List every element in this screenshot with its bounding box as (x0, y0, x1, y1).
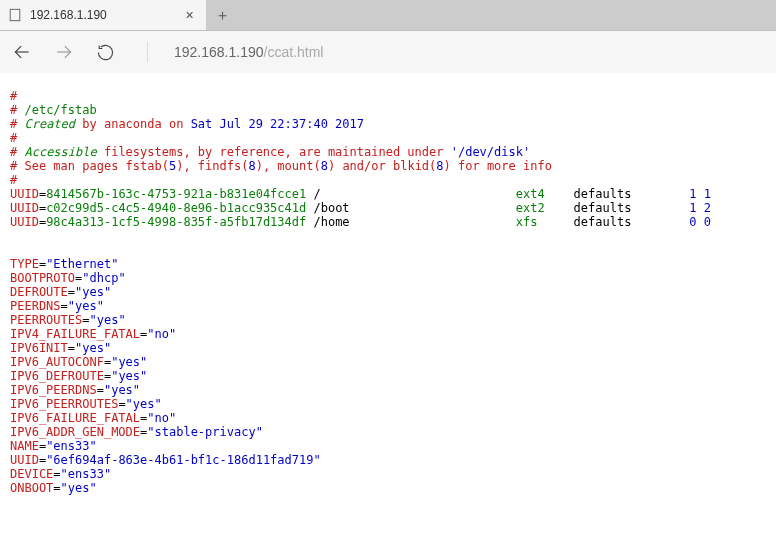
separator (147, 42, 148, 62)
forward-button[interactable] (54, 42, 74, 62)
word-created: Created (24, 117, 75, 131)
nav-bar: 192.168.1.190/ccat.html (0, 31, 776, 73)
svg-rect-0 (10, 9, 20, 20)
ifcfg-line: IPV6_PEERDNS (10, 383, 97, 397)
ifcfg-line: BOOTPROTO (10, 271, 75, 285)
fstab-row: UUID (10, 201, 39, 215)
ifcfg-line: IPV4_FAILURE_FATAL (10, 327, 140, 341)
comment: # (10, 131, 17, 145)
fstab-row: UUID (10, 187, 39, 201)
ifcfg-line: NAME (10, 439, 39, 453)
new-tab-button[interactable]: ＋ (206, 0, 238, 30)
comment: # (10, 117, 24, 131)
ifcfg-line: UUID (10, 453, 39, 467)
ifcfg-line: PEERROUTES (10, 313, 82, 327)
page-content: # # /etc/fstab # Created by anaconda on … (0, 73, 776, 505)
url-host: 192.168.1.190 (174, 44, 264, 60)
ifcfg-line: IPV6_PEERROUTES (10, 397, 118, 411)
address-bar[interactable]: 192.168.1.190/ccat.html (174, 44, 323, 60)
ifcfg-line: TYPE (10, 257, 39, 271)
ifcfg-line: IPV6INIT (10, 341, 68, 355)
comment: # (10, 173, 17, 187)
ifcfg-line: DEFROUTE (10, 285, 68, 299)
tab-bar: 192.168.1.190 ✕ ＋ (0, 0, 776, 31)
page-icon (8, 8, 22, 22)
fstab-path: /etc/fstab (24, 103, 96, 117)
comment: # (10, 103, 24, 117)
comment: # (10, 145, 24, 159)
reload-button[interactable] (96, 43, 115, 62)
ifcfg-line: IPV6_DEFROUTE (10, 369, 104, 383)
ifcfg-line: PEERDNS (10, 299, 61, 313)
comment: # (10, 89, 17, 103)
browser-tab[interactable]: 192.168.1.190 ✕ (0, 0, 206, 30)
back-button[interactable] (12, 42, 32, 62)
ifcfg-line: IPV6_AUTOCONF (10, 355, 104, 369)
url-path: /ccat.html (264, 44, 324, 60)
comment: # See man pages fstab( (10, 159, 169, 173)
fstab-row: UUID (10, 215, 39, 229)
ifcfg-line: IPV6_ADDR_GEN_MODE (10, 425, 140, 439)
ifcfg-line: DEVICE (10, 467, 53, 481)
ifcfg-line: IPV6_FAILURE_FATAL (10, 411, 140, 425)
ifcfg-line: ONBOOT (10, 481, 53, 495)
close-icon[interactable]: ✕ (181, 7, 198, 24)
created-date: Sat Jul 29 22:37:40 2017 (191, 117, 364, 131)
tab-title: 192.168.1.190 (30, 8, 173, 22)
